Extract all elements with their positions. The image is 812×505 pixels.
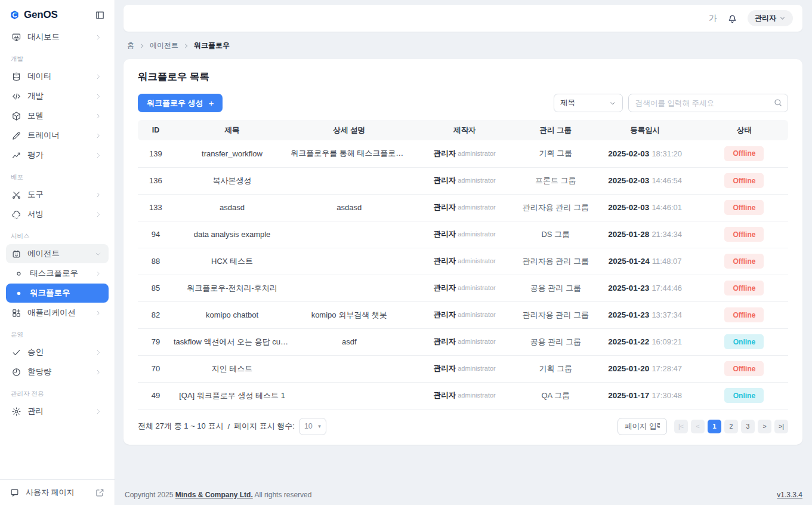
sidebar-item-도구[interactable]: 도구 [6,185,109,204]
page-input[interactable] [618,418,667,435]
status-badge: Online [724,388,764,403]
pager: |<<123>>| [674,420,788,433]
workflow-table: ID제목상세 설명제작자관리 그룹등록일시상태 139transfer_work… [138,120,788,409]
create-workflow-button[interactable]: 워크플로우 생성 + [138,94,223,112]
quota-icon [11,367,21,377]
page-number-button-2[interactable]: 2 [724,420,738,433]
page-last-button[interactable]: >| [774,420,788,433]
cell-creator: 관리자administrator [407,140,521,167]
search-icon[interactable] [773,98,783,110]
column-header-제작자: 제작자 [407,120,521,140]
sidebar-item-에이전트[interactable]: 에이전트 [6,244,109,263]
cube-icon [11,111,21,121]
cell-id: 82 [138,301,174,328]
sidebar-item-서빙[interactable]: 서빙 [6,205,109,224]
sidebar-item-label: 도구 [27,189,87,200]
sidebar-item-label: 승인 [27,347,87,358]
genos-logo[interactable]: GenOS [10,8,58,22]
sidebar-section-label: 관리자 전용 [6,382,109,401]
table-row[interactable]: 49[QA] 워크플로우 생성 테스트 1관리자administratorQA … [138,382,788,409]
user-page-link[interactable]: 사용자 페이지 [0,479,115,505]
chev-right-icon [93,408,103,415]
cell-title: 지인 테스트 [174,355,291,382]
version-link[interactable]: v1.3.3.4 [777,491,802,499]
sidebar-item-모델[interactable]: 모델 [6,106,109,125]
status-badge: Offline [724,173,764,188]
chev-right-icon [93,33,103,41]
cell-creator: 관리자administrator [407,355,521,382]
chev-right-icon [93,112,103,120]
app-root: GenOS 대시보드개발데이터개발모델트레이너평가배포도구서빙서비스에이전트태스… [0,0,812,505]
cell-registered-at: 2025-02-0314:46:54 [590,167,700,194]
status-badge: Offline [724,254,764,269]
table-footer: 전체 27개 중 1 ~ 10 표시 / 페이지 표시 행수: 10 ▾ |<<… [138,418,788,435]
chev-right-icon [93,191,103,199]
search-field-select[interactable]: 제목 [554,94,623,112]
table-row[interactable]: 79taskflow 액션에서 오는 응답 cust...asdf관리자admi… [138,328,788,355]
sidebar-item-워크플로우[interactable]: 워크플로우 [6,284,109,303]
sidebar-item-태스크플로우[interactable]: 태스크플로우 [6,264,109,283]
sidebar-item-할당량[interactable]: 할당량 [6,362,109,381]
cell-id: 136 [138,167,174,194]
caret-down-icon: ▾ [318,423,321,429]
status-badge: Offline [724,361,764,376]
main-area: 가 관리자 홈에이전트워크플로우 워크플로우 목록 워크플로우 생성 + [115,0,812,505]
column-header-제목: 제목 [174,120,291,140]
table-row[interactable]: 133asdasdasdasd관리자administrator관리자용 관리 그… [138,194,788,221]
sidebar-item-데이터[interactable]: 데이터 [6,67,109,86]
table-header-row: ID제목상세 설명제작자관리 그룹등록일시상태 [138,120,788,140]
sidebar-item-승인[interactable]: 승인 [6,343,109,362]
table-row[interactable]: 136복사본생성관리자administrator프론트 그룹2025-02-03… [138,167,788,194]
table-row[interactable]: 139transfer_workflow워크플로우를 통해 태스크플로우 ch.… [138,140,788,167]
chev-right-icon [93,132,103,140]
cell-description [291,167,407,194]
cell-status: Offline [700,167,788,194]
sidebar-item-개발[interactable]: 개발 [6,87,109,106]
sidebar-item-트레이너[interactable]: 트레이너 [6,126,109,145]
cell-id: 88 [138,248,174,275]
status-badge: Offline [724,281,764,295]
font-size-button[interactable]: 가 [709,13,717,24]
page-prev-button: < [691,420,705,433]
sidebar-item-관리[interactable]: 관리 [6,402,109,421]
table-row[interactable]: 70지인 테스트관리자administrator기획 그룹2025-01-201… [138,355,788,382]
cell-title: data analysis example [174,221,291,248]
cell-id: 139 [138,140,174,167]
column-header-ID: ID [138,120,174,140]
rows-per-page-label: 페이지 표시 행수: [234,421,295,432]
sidebar-item-label: 데이터 [27,71,87,82]
chev-right-icon [93,368,103,376]
cell-description [291,221,407,248]
table-row[interactable]: 94data analysis example관리자administratorD… [138,221,788,248]
company-link[interactable]: Minds & Company Ltd. [175,491,253,499]
chevron-down-icon [779,15,786,21]
cell-status: Offline [700,275,788,301]
cell-description: komipo 외부검색 챗봇 [291,301,407,328]
sidebar-item-label: 평가 [27,150,87,161]
table-row[interactable]: 88HCX 테스트관리자administrator관리자용 관리 그룹2025-… [138,248,788,275]
chev-right-icon [93,152,103,159]
sidebar-item-애플리케이션[interactable]: 애플리케이션 [6,303,109,322]
external-link-icon [95,488,105,498]
page-title: 워크플로우 목록 [138,70,788,84]
breadcrumb-item-에이전트[interactable]: 에이전트 [150,41,178,51]
gear-icon [11,407,21,417]
tools-icon [11,190,21,200]
result-summary: 전체 27개 중 1 ~ 10 표시 [138,421,223,432]
page-number-button-1[interactable]: 1 [708,420,721,433]
page-number-button-3[interactable]: 3 [741,420,755,433]
notification-bell-icon[interactable] [727,13,738,24]
dot-filled-icon [14,290,24,297]
rows-per-page-select[interactable]: 10 ▾ [299,418,326,435]
sidebar-item-평가[interactable]: 평가 [6,146,109,165]
table-row[interactable]: 82komipo chatbotkomipo 외부검색 챗봇관리자adminis… [138,301,788,328]
page-next-button[interactable]: > [758,420,771,433]
breadcrumb-item-홈[interactable]: 홈 [127,41,134,51]
sidebar-item-대시보드[interactable]: 대시보드 [6,27,109,47]
table-row[interactable]: 85워크플로우-전처리-후처리관리자administrator공용 관리 그룹2… [138,275,788,301]
profile-menu[interactable]: 관리자 [748,10,793,26]
cell-id: 49 [138,382,174,409]
sidebar-item-label: 애플리케이션 [27,307,87,318]
search-input[interactable] [628,94,788,112]
sidebar-collapse-icon[interactable] [95,10,105,20]
